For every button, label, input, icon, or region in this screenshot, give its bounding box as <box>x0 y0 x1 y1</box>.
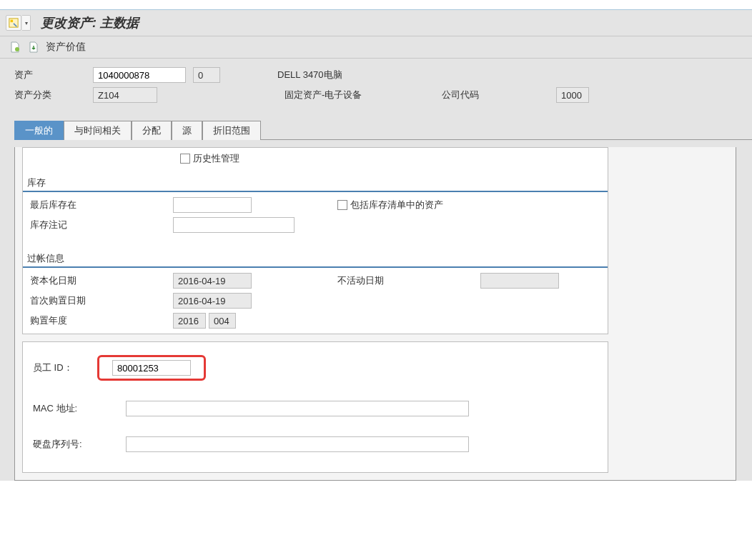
mac-label: MAC 地址: <box>33 402 126 415</box>
document-export-icon[interactable] <box>27 41 40 54</box>
emp-id-input[interactable] <box>112 360 191 376</box>
class-value: Z104 <box>93 87 157 103</box>
company-label: 公司代码 <box>442 89 556 101</box>
inactive-date-value <box>480 273 559 289</box>
include-asset-label: 包括库存清单中的资产 <box>350 199 443 211</box>
company-value: 1000 <box>556 87 589 103</box>
asset-input[interactable] <box>93 67 186 83</box>
tab-deprec[interactable]: 折旧范围 <box>202 121 261 140</box>
wizard-icon[interactable] <box>6 15 21 31</box>
inactive-date-label: 不活动日期 <box>337 274 480 287</box>
tab-origin[interactable]: 源 <box>172 121 202 140</box>
tab-body: 历史性管理 库存 最后库存在 包括库存清单中的资产 库存注记 过帐信息 <box>14 147 736 481</box>
custom-panel: 员工 ID： MAC 地址: 硬盘序列号: <box>22 341 608 473</box>
tab-assign[interactable]: 分配 <box>132 121 172 140</box>
asset-label: 资产 <box>14 69 93 81</box>
inventory-note-label: 库存注记 <box>30 219 173 231</box>
emp-id-highlight <box>97 355 206 381</box>
asset-sub-input: 0 <box>193 67 220 83</box>
document-icon[interactable] <box>9 41 21 54</box>
dropdown-caret-icon[interactable]: ▾ <box>22 15 31 31</box>
title-bar: ▾ 更改资产: 主数据 <box>0 10 752 36</box>
inventory-note-input[interactable] <box>173 217 295 233</box>
hdd-input[interactable] <box>126 436 469 452</box>
sub-toolbar: 资产价值 <box>0 36 752 59</box>
top-panel: 历史性管理 库存 最后库存在 包括库存清单中的资产 库存注记 过帐信息 <box>22 147 608 334</box>
last-inventory-input[interactable] <box>173 197 252 213</box>
history-mgmt-checkbox[interactable] <box>180 154 190 164</box>
first-acq-value: 2016-04-19 <box>173 293 252 309</box>
svg-point-1 <box>15 47 19 51</box>
cap-date-label: 资本化日期 <box>30 274 173 287</box>
tab-time[interactable]: 与时间相关 <box>64 121 132 140</box>
asset-desc: DELL 3470电脑 <box>277 69 342 81</box>
include-asset-checkbox[interactable] <box>337 200 347 210</box>
class-desc: 固定资产-电子设备 <box>285 89 442 101</box>
sub-toolbar-label: 资产价值 <box>46 41 86 54</box>
tabs: 一般的 与时间相关 分配 源 折旧范围 <box>14 120 752 140</box>
inventory-section-header: 库存 <box>23 174 608 192</box>
acq-year-label: 购置年度 <box>30 314 173 327</box>
cap-date-value: 2016-04-19 <box>173 273 252 289</box>
class-label: 资产分类 <box>14 89 93 101</box>
tab-general[interactable]: 一般的 <box>14 121 64 140</box>
posting-section-header: 过帐信息 <box>23 249 608 268</box>
history-mgmt-label: 历史性管理 <box>193 152 239 165</box>
page-title: 更改资产: 主数据 <box>41 14 139 31</box>
header-fields: 资产 0 DELL 3470电脑 资产分类 Z104 固定资产-电子设备 公司代… <box>0 59 752 120</box>
emp-id-label: 员工 ID： <box>33 361 97 374</box>
acq-year-value: 2016 <box>173 313 206 329</box>
hdd-label: 硬盘序列号: <box>33 438 126 451</box>
first-acq-label: 首次购置日期 <box>30 294 173 307</box>
mac-input[interactable] <box>126 401 469 416</box>
last-inventory-label: 最后库存在 <box>30 199 173 211</box>
acq-period-value: 004 <box>209 313 236 329</box>
